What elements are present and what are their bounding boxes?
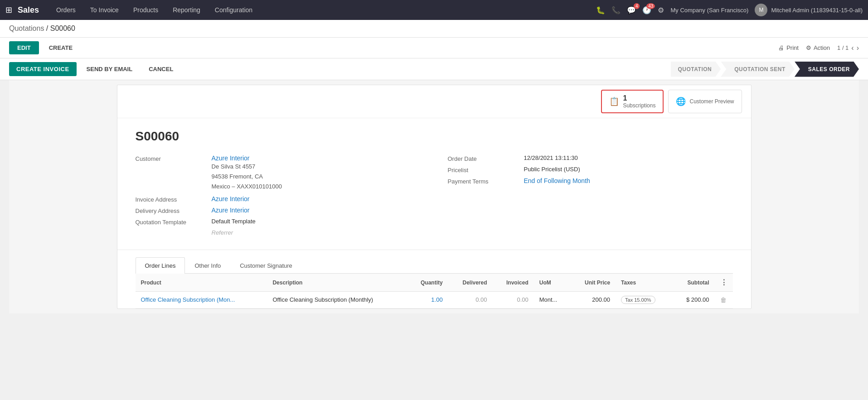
customer-label: Customer: [136, 154, 208, 162]
quotation-template-value: Default Template: [212, 218, 256, 225]
cell-description: Office Cleaning Subscription (Monthly): [267, 292, 407, 308]
col-header-subtotal: Subtotal: [672, 274, 715, 292]
settings-icon[interactable]: ⚙: [658, 6, 664, 14]
stage-quotation-sent[interactable]: QUOTATION SENT: [721, 62, 795, 77]
payment-terms-value[interactable]: End of Following Month: [524, 177, 590, 184]
cell-invoiced: 0.00: [493, 292, 534, 308]
main-content: 📋 1 Subscriptions 🌐 Customer Preview S00…: [0, 80, 868, 323]
col-header-uom: UoM: [534, 274, 570, 292]
cancel-button[interactable]: CANCEL: [142, 62, 179, 76]
product-link[interactable]: Office Cleaning Subscription (Mon...: [141, 296, 235, 303]
stage-pipeline: QUOTATION QUOTATION SENT SALES ORDER: [671, 62, 859, 77]
user-name: Mitchell Admin (11839431-15-0-all): [771, 7, 863, 14]
prev-page-button[interactable]: ‹: [851, 44, 853, 52]
edit-button[interactable]: EDIT: [9, 41, 39, 54]
quotation-template-field: Quotation Template Default Template: [136, 218, 421, 226]
breadcrumb-current: S00060: [50, 24, 75, 32]
customer-name-link[interactable]: Azure Interior: [212, 154, 250, 162]
order-lines-table: Product Description Quantity Delivered I…: [136, 274, 733, 308]
nav-item-reporting[interactable]: Reporting: [166, 4, 207, 16]
delivery-address-link[interactable]: Azure Interior: [212, 207, 250, 214]
breadcrumb-parent[interactable]: Quotations: [9, 24, 44, 32]
bug-icon[interactable]: 🐛: [596, 6, 605, 14]
subscription-icon: 📋: [609, 96, 619, 106]
cell-uom: Mont...: [534, 292, 570, 308]
order-date-value: 12/28/2021 13:11:30: [524, 154, 578, 161]
subscriptions-button[interactable]: 📋 1 Subscriptions: [601, 90, 664, 113]
tabs-container: Order Lines Other Info Customer Signatur…: [117, 250, 751, 308]
cell-unit-price: 200.00: [570, 292, 616, 308]
phone-icon[interactable]: 📞: [611, 6, 621, 14]
customer-field: Customer Azure Interior De Silva St 4557…: [136, 154, 421, 192]
cell-delete: 🗑: [715, 292, 733, 308]
action-bar: EDIT CREATE 🖨 Print ⚙ Action 1 / 1 ‹ ›: [0, 38, 868, 58]
nav-item-configuration[interactable]: Configuration: [209, 4, 259, 16]
customer-preview-button[interactable]: 🌐 Customer Preview: [668, 90, 742, 113]
cell-product: Office Cleaning Subscription (Mon...: [136, 292, 267, 308]
customer-preview-label: Customer Preview: [689, 98, 734, 105]
avatar: M: [755, 4, 767, 16]
tab-customer-signature[interactable]: Customer Signature: [230, 257, 302, 274]
pricelist-value: Public Pricelist (USD): [524, 166, 580, 173]
col-header-unit-price: Unit Price: [570, 274, 616, 292]
referrer-placeholder[interactable]: Referrer: [212, 229, 421, 236]
delete-row-icon[interactable]: 🗑: [720, 296, 727, 304]
chat-icon[interactable]: 💬4: [627, 6, 636, 14]
form-col-right: Order Date 12/28/2021 13:11:30 Pricelist…: [448, 154, 733, 236]
gear-icon: ⚙: [806, 44, 811, 51]
top-navigation: ⊞ Sales Orders To Invoice Products Repor…: [0, 0, 868, 20]
customer-address: De Silva St 455794538 Fremont, CAMexico …: [212, 162, 282, 192]
quotation-template-label: Quotation Template: [136, 218, 208, 226]
cell-subtotal: $ 200.00: [672, 292, 715, 308]
breadcrumb: Quotations / S00060: [0, 20, 868, 38]
invoice-address-link[interactable]: Azure Interior: [212, 195, 250, 202]
print-button[interactable]: 🖨 Print: [778, 44, 799, 51]
nav-item-to-invoice[interactable]: To Invoice: [84, 4, 125, 16]
document-number: S00060: [136, 129, 733, 144]
form-body: S00060 Customer Azure Interior De Silva …: [117, 118, 751, 250]
smart-buttons-bar: 📋 1 Subscriptions 🌐 Customer Preview: [117, 85, 751, 118]
next-page-button[interactable]: ›: [857, 44, 859, 52]
col-header-product: Product: [136, 274, 267, 292]
pricelist-field: Pricelist Public Pricelist (USD): [448, 166, 733, 173]
payment-terms-field: Payment Terms End of Following Month: [448, 177, 733, 185]
col-header-description: Description: [267, 274, 407, 292]
create-invoice-button[interactable]: CREATE INVOICE: [9, 62, 77, 76]
tabs: Order Lines Other Info Customer Signatur…: [136, 257, 733, 274]
brand-name: Sales: [18, 5, 39, 15]
create-button[interactable]: CREATE: [43, 41, 79, 54]
cell-quantity: 1.00: [407, 292, 448, 308]
col-menu-header: ⋮: [715, 274, 733, 292]
stage-sales-order[interactable]: SALES ORDER: [795, 62, 859, 77]
status-bar: CREATE INVOICE SEND BY EMAIL CANCEL QUOT…: [0, 58, 868, 80]
subscriptions-count: 1: [623, 94, 655, 102]
delivery-address-label: Delivery Address: [136, 207, 208, 214]
send-by-email-button[interactable]: SEND BY EMAIL: [80, 62, 139, 76]
col-header-invoiced: Invoiced: [493, 274, 534, 292]
tab-order-lines[interactable]: Order Lines: [136, 257, 185, 274]
user-menu[interactable]: M Mitchell Admin (11839431-15-0-all): [755, 4, 863, 16]
clock-icon[interactable]: 🕐43: [642, 6, 651, 14]
order-date-label: Order Date: [448, 154, 520, 162]
col-header-quantity: Quantity: [407, 274, 448, 292]
nav-item-products[interactable]: Products: [127, 4, 165, 16]
grid-icon[interactable]: ⊞: [5, 5, 12, 15]
cell-delivered: 0.00: [448, 292, 493, 308]
nav-item-orders[interactable]: Orders: [50, 4, 82, 16]
table-row: Office Cleaning Subscription (Mon... Off…: [136, 292, 733, 308]
print-icon: 🖨: [778, 44, 784, 51]
delivery-address-field: Delivery Address Azure Interior: [136, 207, 421, 214]
payment-terms-label: Payment Terms: [448, 177, 520, 185]
page-navigation: 1 / 1 ‹ ›: [837, 44, 859, 52]
globe-icon: 🌐: [676, 96, 686, 106]
company-name: My Company (San Francisco): [670, 7, 748, 14]
column-menu-icon[interactable]: ⋮: [720, 279, 727, 286]
pricelist-label: Pricelist: [448, 166, 520, 173]
stage-quotation[interactable]: QUOTATION: [671, 62, 721, 77]
invoice-address-field: Invoice Address Azure Interior: [136, 195, 421, 203]
tab-other-info[interactable]: Other Info: [185, 257, 230, 274]
col-header-delivered: Delivered: [448, 274, 493, 292]
order-date-field: Order Date 12/28/2021 13:11:30: [448, 154, 733, 162]
form-col-left: Customer Azure Interior De Silva St 4557…: [136, 154, 421, 236]
action-button[interactable]: ⚙ Action: [806, 44, 830, 51]
